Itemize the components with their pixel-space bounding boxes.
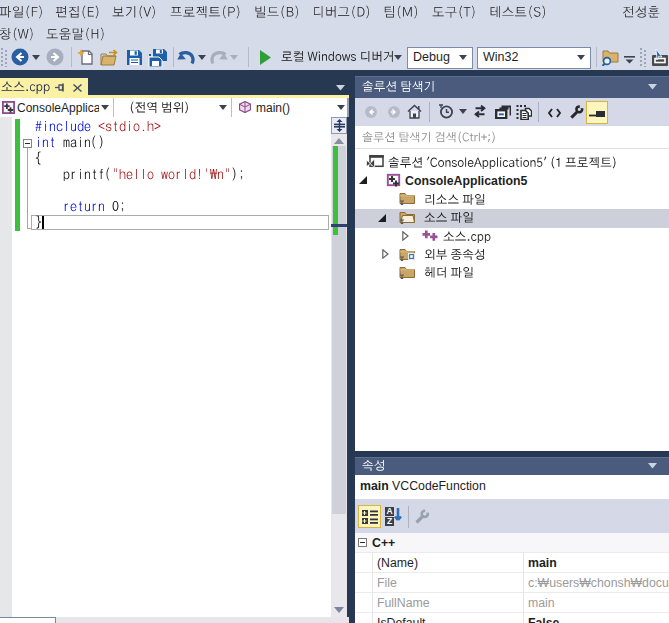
svg-text:A: A: [386, 507, 392, 516]
svg-text:Z: Z: [387, 516, 392, 526]
